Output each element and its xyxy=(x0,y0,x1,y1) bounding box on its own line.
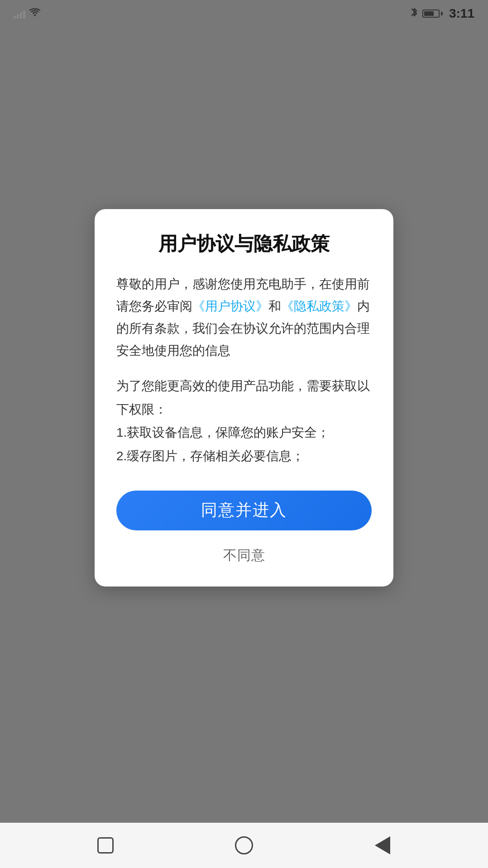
nav-circle-button[interactable] xyxy=(230,831,258,860)
svg-point-0 xyxy=(34,14,36,16)
nav-bar xyxy=(0,823,488,868)
status-time: 3:11 xyxy=(449,6,474,21)
battery-icon xyxy=(422,10,443,18)
circle-icon xyxy=(235,836,253,854)
signal-icon xyxy=(14,9,25,19)
nav-square-button[interactable] xyxy=(91,831,120,860)
dialog-permissions: 为了您能更高效的使用产品功能，需要获取以下权限： 1.获取设备信息，保障您的账户… xyxy=(116,374,372,468)
body-text-2: 和 xyxy=(268,299,281,313)
back-icon xyxy=(375,836,390,854)
user-agreement-link[interactable]: 《用户协议》 xyxy=(192,299,268,313)
status-bar-left xyxy=(14,8,41,19)
wifi-icon xyxy=(29,8,41,19)
privacy-dialog: 用户协议与隐私政策 尊敬的用户，感谢您使用充电助手，在使用前请您务必审阅《用户协… xyxy=(95,209,393,587)
status-bar: 3:11 xyxy=(0,0,488,27)
permissions-intro: 为了您能更高效的使用产品功能，需要获取以下权限： xyxy=(116,374,372,421)
permission-2: 2.缓存图片，存储相关必要信息； xyxy=(116,444,372,468)
privacy-policy-link[interactable]: 《隐私政策》 xyxy=(281,299,357,313)
dialog-overlay: 用户协议与隐私政策 尊敬的用户，感谢您使用充电助手，在使用前请您务必审阅《用户协… xyxy=(0,0,488,868)
dialog-body-text: 尊敬的用户，感谢您使用充电助手，在使用前请您务必审阅《用户协议》和《隐私政策》内… xyxy=(116,273,372,362)
disagree-button[interactable]: 不同意 xyxy=(116,543,372,568)
nav-back-button[interactable] xyxy=(368,831,397,860)
bluetooth-icon xyxy=(411,6,418,21)
permission-1: 1.获取设备信息，保障您的账户安全； xyxy=(116,421,372,444)
square-icon xyxy=(97,837,114,854)
dialog-title: 用户协议与隐私政策 xyxy=(116,232,372,257)
status-bar-right: 3:11 xyxy=(411,6,474,21)
agree-button[interactable]: 同意并进入 xyxy=(116,491,372,530)
